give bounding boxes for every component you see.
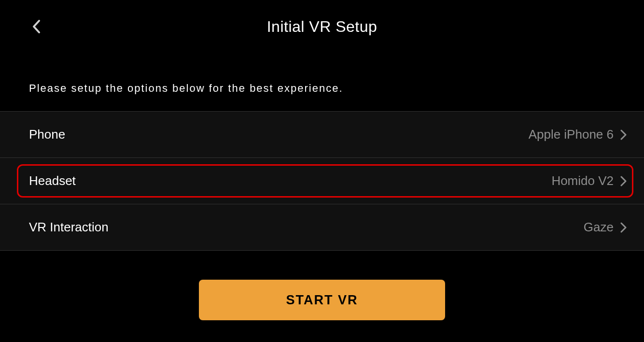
option-headset-value: Homido V2 — [551, 173, 614, 188]
option-interaction-label: VR Interaction — [29, 220, 109, 235]
instruction-text: Please setup the options below for the b… — [0, 82, 644, 111]
header: Initial VR Setup — [0, 0, 644, 53]
start-vr-button[interactable]: START VR — [199, 280, 445, 320]
highlight-indicator — [17, 164, 633, 198]
chevron-right-icon — [620, 176, 627, 186]
chevron-left-icon — [32, 19, 41, 34]
option-headset-label: Headset — [29, 173, 76, 188]
chevron-right-icon — [620, 129, 627, 140]
button-container: START VR — [0, 280, 644, 320]
option-phone-label: Phone — [29, 127, 65, 142]
page-title: Initial VR Setup — [267, 18, 378, 36]
chevron-right-icon — [620, 222, 627, 233]
option-phone-right: Apple iPhone 6 — [529, 127, 627, 142]
option-interaction-value: Gaze — [584, 220, 614, 235]
option-headset[interactable]: Headset Homido V2 — [0, 158, 644, 204]
option-phone[interactable]: Phone Apple iPhone 6 — [0, 112, 644, 158]
option-interaction[interactable]: VR Interaction Gaze — [0, 204, 644, 251]
option-headset-right: Homido V2 — [551, 173, 627, 188]
settings-list: Phone Apple iPhone 6 Headset Homido V2 V… — [0, 111, 644, 251]
option-phone-value: Apple iPhone 6 — [529, 127, 614, 142]
option-interaction-right: Gaze — [584, 220, 627, 235]
back-button[interactable] — [29, 17, 43, 36]
